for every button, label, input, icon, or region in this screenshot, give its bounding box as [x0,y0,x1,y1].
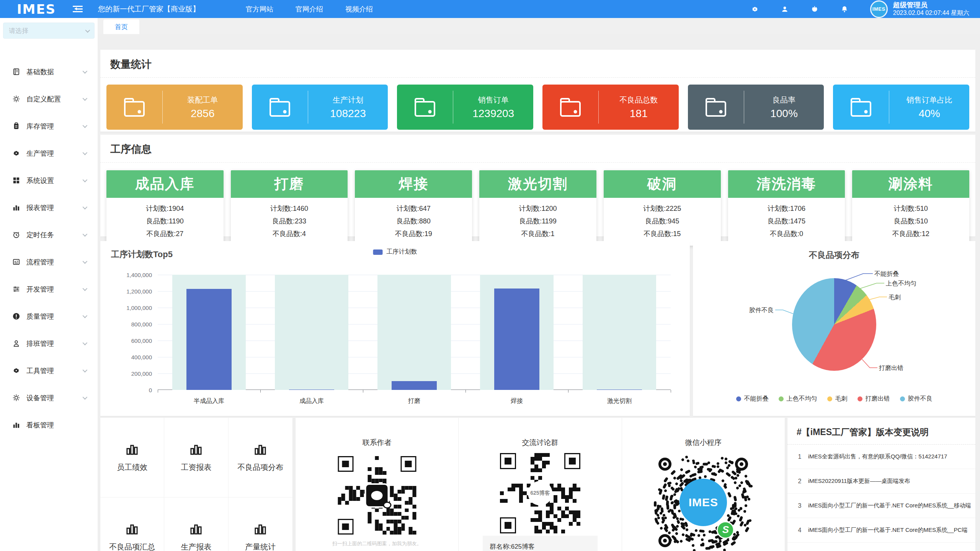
pie-chart-panel: 不良品项分布 不能折叠 上色不均匀 毛刺 打磨出错 胶件不良 不能折叠上色不均匀… [693,241,975,416]
stat-label: 销售订单 [478,95,509,105]
exclamation-icon [12,312,20,320]
pie-chart[interactable] [792,278,876,371]
process-bad: 不良品数:4 [231,228,348,240]
bar-chart-icon [12,421,20,429]
process-card-1[interactable]: 打磨计划数:1460良品数:233不良品数:4 [231,170,348,246]
bell-icon[interactable] [840,5,849,13]
pie-legend-item[interactable]: 胶件不良 [900,395,933,403]
version-item: 1iMES全套源码出售，有意的联系QQ/微信：514224717 [787,445,975,469]
user-icon[interactable] [781,5,789,13]
sidebar-item-1[interactable]: 自定义配置 [0,85,98,112]
sidebar-item-9[interactable]: 质量管理 [0,303,98,330]
sidebar-search-select[interactable]: 请选择 [3,23,95,39]
sidebar-item-5[interactable]: 报表管理 [0,194,98,221]
stat-label: 销售订单占比 [906,95,952,105]
stat-card-1[interactable]: 生产计划108223 [252,85,388,130]
pie-legend-item[interactable]: 毛刺 [827,395,848,403]
sidebar-item-label: 设备管理 [26,393,54,403]
bar-chart-icon [253,442,267,456]
sidebar-item-13[interactable]: 看板管理 [0,411,98,439]
stat-card-2[interactable]: 销售订单1239203 [397,85,533,130]
group-qr-code: 625博客 [500,453,580,533]
pie-legend-item[interactable]: 上色不均匀 [779,395,817,403]
stat-card-5[interactable]: 销售订单占比40% [833,85,969,130]
process-card-row: 成品入库计划数:1904良品数:1190不良品数:27打磨计划数:1460良品数… [100,163,975,246]
stat-label: 不良品总数 [619,95,658,105]
stat-label: 装配工单 [187,95,218,105]
group-logo: 625博客 [528,481,552,505]
bar-chart-legend[interactable]: 工序计划数 [373,248,417,256]
bar-column[interactable] [363,275,466,390]
shortcut-label: 不良品项分布 [237,462,283,473]
sidebar-toggle-icon[interactable] [73,6,83,13]
sidebar-item-8[interactable]: 开发管理 [0,276,98,303]
bar-column[interactable] [466,275,568,390]
tab-bar: 首页 [98,18,980,34]
process-card-0[interactable]: 成品入库计划数:1904良品数:1190不良品数:27 [106,170,224,246]
chevron-down-icon [83,96,88,101]
stat-card-0[interactable]: 装配工单2856 [106,85,243,130]
process-card-5[interactable]: 清洗消毒计划数:1706良品数:1475不良品数:0 [728,170,845,246]
process-card-6[interactable]: 涮涂料计划数:510良品数:510不良品数:12 [852,170,969,246]
sidebar-item-11[interactable]: 工具管理 [0,357,98,384]
sidebar-item-label: 流程管理 [26,258,54,267]
shortcut-3[interactable]: 不良品项汇总 [100,497,164,551]
sidebar-item-6[interactable]: 定时任务 [0,221,98,248]
tab-home[interactable]: 首页 [103,20,139,34]
chevron-down-icon [83,286,88,291]
alarm-icon [12,231,20,239]
process-plan: 计划数:647 [355,202,472,215]
shortcut-5[interactable]: 产量统计 [229,497,292,551]
bar-chart-icon [125,442,139,456]
stat-card-3[interactable]: 不良品总数181 [542,85,679,130]
process-card-3[interactable]: 激光切割计划数:1200良品数:1199不良品数:1 [479,170,596,246]
power-icon[interactable] [810,5,819,13]
nav-official-site[interactable]: 官方网站 [246,5,273,14]
stat-value: 1239203 [472,108,514,120]
folder-icon [542,96,598,118]
app-logo: IMES [0,2,73,17]
gear-icon[interactable] [751,5,759,13]
nav-video-intro[interactable]: 视频介绍 [345,5,373,14]
chevron-down-icon [83,178,88,183]
stat-card-4[interactable]: 良品率100% [688,85,824,130]
bar-column[interactable] [568,275,671,390]
bar-column[interactable] [158,275,260,390]
version-panel: #【iMES工厂管家】版本变更说明 1iMES全套源码出售，有意的联系QQ/微信… [787,418,975,551]
sidebar-item-0[interactable]: 基础数据 [0,58,98,85]
gear-outline-icon [12,394,20,402]
pie-legend-item[interactable]: 打磨出错 [858,395,890,403]
sidebar-item-label: 看板管理 [26,421,54,430]
sidebar-item-label: 基础数据 [26,67,54,77]
contact-author-title: 联系作者 [296,438,458,448]
header-nav: 官方网站 官网介绍 视频介绍 [246,5,373,14]
process-panel: 工序信息 成品入库计划数:1904良品数:1190不良品数:27打磨计划数:14… [100,135,975,236]
shortcut-1[interactable]: 工资报表 [164,418,228,497]
sidebar-item-7[interactable]: 流程管理 [0,248,98,276]
chevron-down-icon [83,368,88,373]
shortcut-4[interactable]: 生产报表 [164,497,228,551]
pie-chart-title: 不良品项分布 [693,249,975,261]
sidebar-item-4[interactable]: 系统设置 [0,167,98,194]
user-box[interactable]: IMES 超级管理员 2023.02.04 02:07:44 星期六 [870,0,969,18]
pie-legend-item[interactable]: 不能折叠 [736,395,769,403]
bar-column[interactable] [260,275,363,390]
avatar[interactable]: IMES [870,0,888,18]
sidebar-item-3[interactable]: 生产管理 [0,140,98,167]
process-good: 良品数:510 [852,215,969,228]
process-good: 良品数:1475 [728,215,845,228]
sidebar-item-12[interactable]: 设备管理 [0,384,98,411]
stat-value: 2856 [191,108,214,120]
sidebar-item-10[interactable]: 排班管理 [0,330,98,357]
shortcut-0[interactable]: 员工绩效 [100,418,164,497]
process-card-4[interactable]: 破洞计划数:2225良品数:945不良品数:15 [604,170,721,246]
process-good: 良品数:1199 [479,215,596,228]
process-card-2[interactable]: 焊接计划数:647良品数:880不良品数:19 [355,170,472,246]
nav-site-intro[interactable]: 官网介绍 [296,5,323,14]
shortcut-2[interactable]: 不良品项分布 [229,418,292,497]
process-plan: 计划数:1904 [106,202,224,215]
miniapp-title: 微信小程序 [622,438,785,448]
sidebar-item-2[interactable]: 库存管理 [0,112,98,140]
gear-icon [12,149,20,157]
contact-qr-caption: 扫一扫上面的二维码图案，加我为朋友。 [296,540,458,547]
